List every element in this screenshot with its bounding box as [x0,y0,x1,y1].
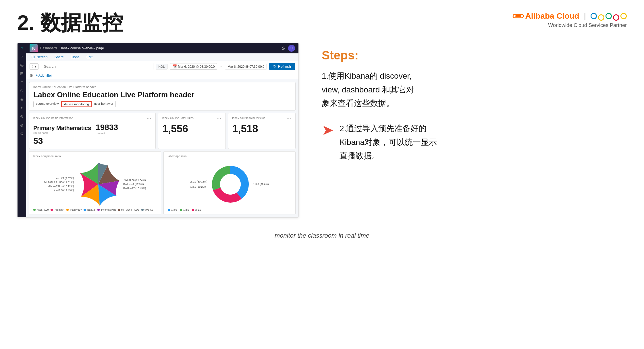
main-content: ⌂ ○ ◎ ⊞ ≡ ⊙ ◈ ✦ ⊛ ⊕ ⚙ K Dashboard [0,40,644,226]
search-input[interactable] [41,63,154,70]
panel-menu-icon[interactable]: ··· [147,116,151,121]
kibana-wrapper: ⌂ ○ ◎ ⊞ ≡ ⊙ ◈ ✦ ⊛ ⊕ ⚙ K Dashboard [18,43,298,217]
search-type-select[interactable]: # ▾ [30,63,38,70]
legend-130: 1.3.0 [168,208,177,211]
legend-mipad: MI PAD 4 PLUS [118,208,140,211]
brand-subtitle: Worldwide Cloud Services Partner [548,22,627,28]
equip-menu-icon[interactable]: ··· [152,154,157,160]
brand-area: Alibaba Cloud | Worldwide Cloud Services… [512,11,627,28]
refresh-icon: ↻ [273,64,276,69]
label-mipad: MI PAD 4 PLUS (11.81%) [44,181,74,184]
time-to: Mar 6, 2020 @ 07:30:00.0 [227,65,264,68]
app-chart-area: 2.1.0 (30.18%) 1.2.0 (30.22%) [168,161,291,207]
course-name-container: Primary Mathematics course name [33,125,91,134]
likes-value: 1,556 [162,123,221,135]
kibana-search-bar: # ▾ KQL 📅 Mar 6, 2020 @ 08:30:00.0 → Mar… [26,61,298,72]
course-name-value: Primary Mathematics [33,125,91,131]
page-header: 2. 数据监控 Alibaba Cloud | Worldwide Cloud … [0,0,644,40]
kibana-filter-bar: ⚙ + Add filter [26,72,298,79]
breadcrumb-separator: / [59,46,59,50]
likes-panel-options: labex Course Total Likes ··· [162,116,221,121]
equipment-pie-chart [77,163,120,206]
app-panel-options: labex app ratio ··· [168,154,291,160]
charts-row: labex equipment ratio ··· vivo X9 (7.87%… [29,151,296,214]
app-label-130: 1.3.0 (39.6%) [253,183,269,186]
dropdown-icon: ▾ [35,65,36,69]
app-label-210: 2.1.0 (30.18%) [190,180,207,183]
sidebar-graph-icon[interactable]: ⊙ [20,88,24,93]
time-arrow-icon: → [219,65,223,68]
svg-point-5 [220,174,241,195]
svg-rect-1 [515,15,521,17]
app-right-labels: 1.3.0 (39.6%) [253,183,269,186]
label-vivo: vivo X9 (7.87%) [44,177,74,180]
app-menu-icon[interactable]: ··· [287,154,291,160]
dashboard-content: labex Online Education Live Platform hea… [26,79,298,217]
breadcrumb-root[interactable]: Dashboard [40,46,57,50]
label-iphone7: iPhone7Plus (13.12%) [44,185,74,188]
sidebar-settings-icon[interactable]: ⚙ [20,131,24,136]
course-id-value: 19833 [96,123,118,132]
clone-button[interactable]: Clone [70,55,81,60]
brand-logo: Alibaba Cloud | [512,11,627,21]
edit-button[interactable]: Edit [85,55,94,60]
kql-badge[interactable]: KQL [156,64,167,69]
likes-menu-icon[interactable]: ··· [217,116,221,121]
reviews-value: 1,518 [232,123,292,135]
avatar[interactable]: U [288,45,295,52]
fullscreen-button[interactable]: Full screen [30,55,49,60]
legend-210: 2.1.0 [192,208,201,211]
time-picker-end[interactable]: Mar 6, 2020 @ 07:30:00.0 [225,64,267,69]
brand-divider: | [584,11,586,21]
filter-settings-icon[interactable]: ⚙ [30,73,33,78]
equip-panel-options: labex equipment ratio ··· [33,154,157,160]
breadcrumb-current: labex course overview page [61,46,104,50]
time-from: Mar 6, 2020 @ 08:30:00.0 [178,65,215,68]
sidebar-discover-icon[interactable]: ◎ [20,63,24,67]
share-button[interactable]: Share [53,55,65,60]
equip-left-labels: vivo X9 (7.87%) MI PAD 4 PLUS (11.81%) i… [44,177,74,192]
stats-row: labex Course Basic Information ··· Prima… [29,113,296,149]
kibana-topbar-right: ⚙ U [281,45,295,52]
header-panel: labex Online Education Live Platform hea… [29,82,296,110]
page-footer: monitor the classroom in real time [0,226,644,245]
reviews-title: labex course total reviews [232,117,265,120]
sidebar-tools-icon[interactable]: ✦ [20,106,24,110]
right-panel: Steps: 1.使用Kibana的 discover,view, dashbo… [316,43,627,218]
label-hwi: HWI-AL00 (21.04%) [123,179,146,182]
sidebar-home-icon[interactable]: ⌂ [21,45,23,50]
gear-icon[interactable]: ⚙ [281,46,285,51]
legend-padmini: Padmini4 [51,208,65,211]
course-name-label: course name [33,131,91,134]
sidebar-chart-icon[interactable]: ◈ [20,97,24,102]
sidebar-list-icon[interactable]: ≡ [21,80,23,84]
refresh-button[interactable]: ↻ Refresh [269,63,295,70]
steps-title: Steps: [322,49,627,62]
sidebar-lock-icon[interactable]: ⊕ [20,123,24,127]
app-ratio-panel: labex app ratio ··· 2.1.0 (30.18%) 1.2.0… [163,151,296,214]
add-filter-button[interactable]: + Add filter [36,73,52,77]
app-donut-chart [210,164,250,204]
legend-vivo: vivo X9 [141,208,153,211]
time-picker-start[interactable]: 📅 Mar 6, 2020 @ 08:30:00.0 [170,63,217,70]
legend-hwi: HWI-AL00 [33,208,49,211]
tab-course-overview[interactable]: course overview [34,101,61,107]
equipment-ratio-title: labex equipment ratio [33,155,61,158]
kibana-toolbar: Full screen Share Clone Edit [26,53,298,61]
sidebar-home2-icon[interactable]: ⊞ [20,71,24,76]
step2-text: 2.通过导入预先准备好的Kibana对象，可以统一显示直播数据。 [340,122,437,163]
tab-device-monitoring[interactable]: device monitoring [61,101,92,107]
reviews-menu-icon[interactable]: ··· [287,116,291,121]
sidebar-clock-icon[interactable]: ○ [21,54,23,59]
basic-info-main-row: Primary Mathematics course name 19833 co… [33,123,151,135]
panel-options: labex Course Basic Information ··· [33,116,151,121]
sidebar-map-icon[interactable]: ⊛ [20,114,24,119]
app-left-labels: 2.1.0 (30.18%) 1.2.0 (30.22%) [190,180,207,188]
total-reviews-panel: labex course total reviews ··· 1,518 [228,113,296,149]
tab-user-behavior[interactable]: user behavior [92,101,116,107]
breadcrumb: Dashboard / labex course overview page [40,46,104,50]
total-likes-panel: labex Course Total Likes ··· 1,556 [158,113,226,149]
legend-iphone7: iPhone7/Plus [97,208,116,211]
alibaba-text: Alibaba Cloud [525,11,579,21]
legend-ipadpro: iPadPro97 [66,208,82,211]
